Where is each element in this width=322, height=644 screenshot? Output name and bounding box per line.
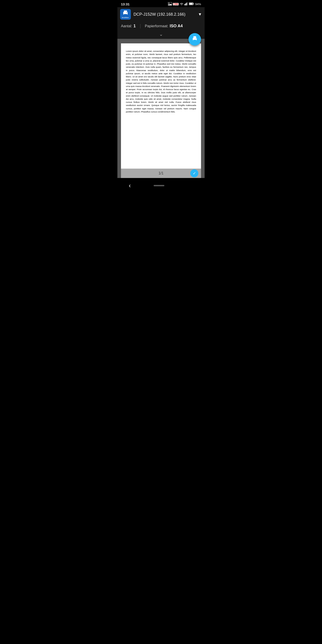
back-button[interactable]: ‹ [129,182,131,189]
page-number: 1/1 [158,171,164,175]
printer-logo: brother [120,9,131,20]
printer-name[interactable]: DCP-J152W (192.168.2.166) [134,12,195,17]
toolbar: brother DCP-J152W (192.168.2.166) ▼ [118,7,204,22]
svg-rect-3 [184,4,185,5]
status-icons: CNN 94% [168,2,201,6]
page-indicator: 1/1 ✓ [121,168,201,178]
brother-logo-text: brother [122,16,129,18]
svg-rect-9 [189,3,192,4]
papierformaat-option[interactable]: Papierformaat: ISO A4 [145,24,183,28]
svg-rect-18 [193,39,197,40]
papierformaat-value: ISO A4 [170,24,183,28]
wifi-icon [180,2,184,6]
svg-point-1 [168,3,170,4]
svg-point-19 [196,38,196,39]
battery-percent: 94% [195,2,201,6]
document-page: Lorem ipsum dolor sit amet, consectetur … [121,44,201,168]
home-pill[interactable] [154,185,164,186]
svg-rect-4 [185,3,186,5]
print-fab-icon [192,36,198,43]
options-bar: Aantal: 1 Papierformaat: ISO A4 [118,22,204,31]
image-icon [168,2,172,6]
svg-point-2 [181,4,182,5]
svg-rect-8 [193,3,194,4]
status-bar: 13:31 CNN [118,0,204,7]
checkmark-icon: ✓ [193,171,196,176]
printer-logo-icon [122,10,128,16]
svg-rect-6 [187,2,188,5]
svg-rect-5 [186,3,187,5]
print-fab-button[interactable] [188,33,201,46]
chevron-down-icon: ⌄ [159,32,163,37]
aantal-label: Aantal: [121,24,132,28]
papierformaat-label: Papierformaat: [145,24,168,28]
status-time: 13:31 [121,2,130,6]
svg-rect-13 [124,13,127,14]
svg-rect-11 [124,10,127,12]
svg-point-14 [126,12,127,13]
page-check-button[interactable]: ✓ [190,169,198,177]
cnn-icon: CNN [173,3,179,5]
aantal-option[interactable]: Aantal: 1 [121,24,136,28]
aantal-value: 1 [134,24,136,28]
options-divider [140,24,140,28]
bottom-nav: ‹ [118,178,204,196]
dropdown-arrow-icon[interactable]: ▼ [198,12,202,17]
preview-area: Lorem ipsum dolor sit amet, consectetur … [118,39,204,178]
svg-rect-16 [194,36,196,38]
signal-icon [184,2,188,6]
battery-icon [189,2,194,6]
document-text: Lorem ipsum dolor sit amet, consectetur … [126,50,196,113]
